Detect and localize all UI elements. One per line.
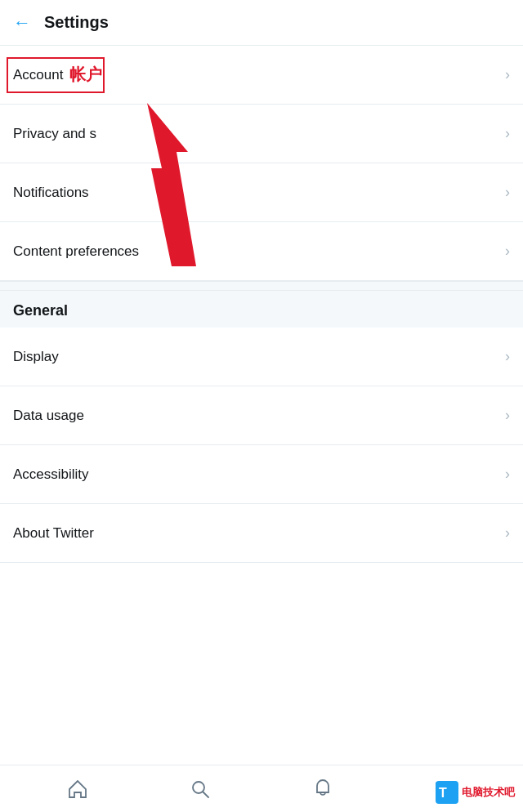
home-icon [66,778,89,801]
settings-header: ← Settings [0,0,523,46]
account-settings-item[interactable]: Account 帐户 › [0,46,523,105]
data-usage-settings-item[interactable]: Data usage › [0,386,523,445]
svg-line-2 [203,792,209,797]
general-section-label: General [0,291,523,328]
page-title: Settings [44,13,109,32]
account-section: Account 帐户 › Privacy and s › Notificatio… [0,46,523,281]
nav-home[interactable] [16,778,139,801]
chevron-icon: › [505,524,510,542]
chevron-icon: › [505,66,510,83]
nav-search[interactable] [139,778,262,801]
chevron-icon: › [505,243,510,260]
chevron-icon: › [505,466,510,483]
notifications-label: Notifications [13,185,89,201]
content-settings-item[interactable]: Content preferences › [0,222,523,281]
nav-notifications[interactable] [262,778,384,801]
search-icon [189,778,212,801]
back-button[interactable]: ← [13,12,31,33]
display-settings-item[interactable]: Display › [0,328,523,386]
chevron-icon: › [505,184,510,201]
brand-text: 电脑技术吧 [462,785,515,800]
general-section: Display › Data usage › Accessibility › A… [0,328,523,563]
content-label: Content preferences [13,243,139,260]
chevron-icon: › [505,125,510,142]
about-label: About Twitter [13,525,94,542]
data-usage-label: Data usage [13,408,84,424]
svg-text:T: T [439,786,447,800]
chinese-account-annotation: 帐户 [69,64,102,86]
display-label: Display [13,349,59,365]
brand-logo: T [436,781,458,804]
bell-icon [311,778,334,801]
accessibility-label: Accessibility [13,466,89,483]
bottom-navigation: T 电脑技术吧 [0,765,523,812]
privacy-label: Privacy and s [13,126,96,142]
chevron-icon: › [505,407,510,424]
chevron-icon: › [505,348,510,365]
brand-watermark: T 电脑技术吧 [436,781,515,804]
about-settings-item[interactable]: About Twitter › [0,504,523,563]
account-label: Account [13,67,63,83]
notifications-settings-item[interactable]: Notifications › [0,163,523,222]
privacy-settings-item[interactable]: Privacy and s › [0,105,523,163]
section-divider [0,281,523,291]
accessibility-settings-item[interactable]: Accessibility › [0,445,523,504]
